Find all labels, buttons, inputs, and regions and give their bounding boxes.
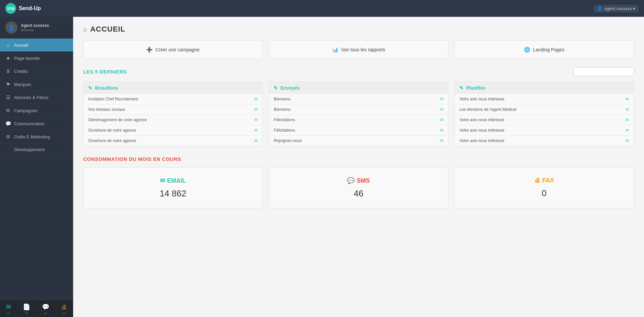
plus-icon: ➕ <box>146 47 153 53</box>
sidebar-bottom: ✉ ∞ 📄 0 💬 ∞ 🖨 ∞ <box>0 300 73 317</box>
abonnes-filtres-label: Abonnés & Filtres <box>14 95 49 100</box>
nav-item-left: 💬 Communication <box>5 121 44 126</box>
sidebar-item-credits[interactable]: $ Crédits › <box>0 65 73 78</box>
brouillons-icon: ✎ <box>88 85 92 91</box>
sidebar-item-page-favorite[interactable]: ★ Page favorite <box>0 52 73 65</box>
email-icon: ✉ <box>254 128 258 133</box>
sidebar-nav: ⌂ Accueil ★ Page favorite $ Crédits › ⚑ … <box>0 39 73 300</box>
item-label: Votre avis nous intéresse <box>460 118 504 122</box>
email-icon: ✉ <box>626 97 629 101</box>
sidebar-item-campagnes[interactable]: ✉ Campagnes › <box>0 104 73 117</box>
email-icon: ✉ <box>626 128 629 133</box>
sidebar-user: 👤 Agent xxxxxxx xxxxxxx <box>0 17 73 39</box>
les5-select[interactable] <box>574 67 634 76</box>
item-label: Bienvenu <box>274 97 290 101</box>
landing-pages-button[interactable]: 🌐 Landing Pages <box>454 40 634 59</box>
email-icon: ✉ <box>440 138 443 143</box>
fax-stat-card: 🖨 FAX 0 <box>454 167 634 209</box>
user-icon: 👤 <box>597 6 602 11</box>
list-item[interactable]: Rejoignez-nous ✉ <box>269 136 448 146</box>
user-info: Agent xxxxxxx xxxxxxx <box>21 23 68 32</box>
email-icon: ✉ <box>254 138 258 143</box>
campagnes-label: Campagnes <box>14 108 38 113</box>
list-item[interactable]: Bienvenu ✉ <box>269 94 448 104</box>
list-item[interactable]: Ouverture de votre agence ✉ <box>84 136 262 146</box>
sidebar-item-developpement[interactable]: Développement › <box>0 143 73 156</box>
accueil-label: Accueil <box>14 43 28 48</box>
email-icon: ✉ <box>254 118 258 122</box>
list-item[interactable]: Votre avis nous intéresse ✉ <box>455 125 634 136</box>
item-label: Les élections de l'agent Médical <box>460 107 517 112</box>
list-item[interactable]: Les élections de l'agent Médical ✉ <box>455 104 634 115</box>
abonnes-filtres-icon: ☰ <box>5 95 11 100</box>
list-item[interactable]: Votre avis nous intéresse ✉ <box>455 115 634 125</box>
list-item[interactable]: Vos réseaux sociaux ✉ <box>84 104 262 115</box>
envoyes-icon: ✎ <box>274 85 278 91</box>
email-icon: ✉ <box>440 107 443 112</box>
sidebar-item-communication[interactable]: 💬 Communication › <box>0 117 73 130</box>
item-label: Ouverture de votre agence <box>88 138 136 143</box>
item-label: Félicitations <box>274 118 295 122</box>
envoyes-header: ✎ Envoyés <box>269 82 448 94</box>
topnav-user[interactable]: 👤 agent xxxxxxx ▾ <box>594 5 639 12</box>
chart-icon: 📊 <box>332 47 338 53</box>
brouillons-label: Brouillons <box>95 85 118 91</box>
les5-title: LES 5 DERNIERS <box>83 69 127 75</box>
sidebar-item-accueil[interactable]: ⌂ Accueil <box>0 39 73 52</box>
page-favorite-icon: ★ <box>5 55 11 61</box>
planifies-label: Planifiés <box>466 85 486 91</box>
list-item[interactable]: Invitation Chef Recrutement ✉ <box>84 94 262 104</box>
item-label: Bienvenu <box>274 107 290 112</box>
brouillons-card: ✎ Brouillons Invitation Chef Recrutement… <box>83 82 263 146</box>
avatar: 👤 <box>5 21 17 34</box>
user-label: agent xxxxxxx ▾ <box>604 6 635 11</box>
email-stat-card: ✉ EMAIL 14 862 <box>83 167 263 209</box>
main-content: ⌂ ACCUEIL ➕ Créer une campagne 📊 Voir to… <box>73 17 644 317</box>
doc-status-icon: 📄 <box>23 303 30 311</box>
email-icon: ✉ <box>440 128 443 133</box>
sidebar-item-outils-emarketing[interactable]: ⚙ Outils E-Marketing › <box>0 130 73 143</box>
planifies-body: Votre avis nous intéresse ✉ Les élection… <box>455 94 634 146</box>
item-label: Votre avis nous intéresse <box>460 97 504 101</box>
topnav: sUp Send-Up 👤 agent xxxxxxx ▾ <box>0 0 644 17</box>
item-label: Votre avis nous intéresse <box>460 128 504 133</box>
list-item[interactable]: Bienvenu ✉ <box>269 104 448 115</box>
sidebar: 👤 Agent xxxxxxx xxxxxxx ⌂ Accueil ★ Page… <box>0 17 73 317</box>
outils-emarketing-label: Outils E-Marketing <box>14 134 50 139</box>
fax-stat-label: 🖨 FAX <box>462 177 627 184</box>
sidebar-item-abonnes-filtres[interactable]: ☰ Abonnés & Filtres › <box>0 91 73 104</box>
chevron-right-icon: › <box>66 122 68 126</box>
nav-item-left: $ Crédits <box>5 69 28 74</box>
list-item[interactable]: Ouverture de votre agence ✉ <box>84 125 262 136</box>
list-item[interactable]: Votre avis nous intéresse ✉ <box>455 94 634 104</box>
voir-rapports-button[interactable]: 📊 Voir tous les rapports <box>269 40 448 59</box>
item-label: Vos réseaux sociaux <box>88 107 125 112</box>
chevron-right-icon: › <box>66 82 68 86</box>
marques-icon: ⚑ <box>5 82 11 87</box>
list-item[interactable]: Félicitations ✉ <box>269 125 448 136</box>
action-row: ➕ Créer une campagne 📊 Voir tous les rap… <box>83 40 634 59</box>
item-label: Votre avis nous intéresse <box>460 138 504 143</box>
email-icon: ✉ <box>626 138 629 143</box>
sidebar-usersub: xxxxxxx <box>21 28 68 32</box>
sidebar-item-marques[interactable]: ⚑ Marques › <box>0 78 73 91</box>
planifies-header: ✎ Planifiés <box>455 82 634 94</box>
list-item[interactable]: Félicitations ✉ <box>269 115 448 125</box>
planifies-icon: ✎ <box>460 85 464 91</box>
list-item[interactable]: Votre avis nous intéresse ✉ <box>455 136 634 146</box>
accueil-icon: ⌂ <box>5 42 11 48</box>
chevron-right-icon: › <box>66 148 68 152</box>
communication-label: Communication <box>14 121 44 126</box>
home-icon: ⌂ <box>83 26 87 33</box>
list-item[interactable]: Déménagement de votre agence ✉ <box>84 115 262 125</box>
status-fax: 🖨 ∞ <box>61 304 67 315</box>
doc-status-count: 0 <box>25 311 28 315</box>
creer-campagne-button[interactable]: ➕ Créer une campagne <box>83 40 263 59</box>
sms-stat-value: 46 <box>276 188 441 199</box>
consommation-title: CONSOMMATION DU MOIS EN COURS <box>83 156 634 162</box>
chevron-right-icon: › <box>66 135 68 139</box>
developpement-label: Développement <box>14 147 45 152</box>
chevron-right-icon: › <box>66 69 68 73</box>
sms-stat-card: 💬 SMS 46 <box>269 167 448 209</box>
item-label: Déménagement de votre agence <box>88 118 147 122</box>
